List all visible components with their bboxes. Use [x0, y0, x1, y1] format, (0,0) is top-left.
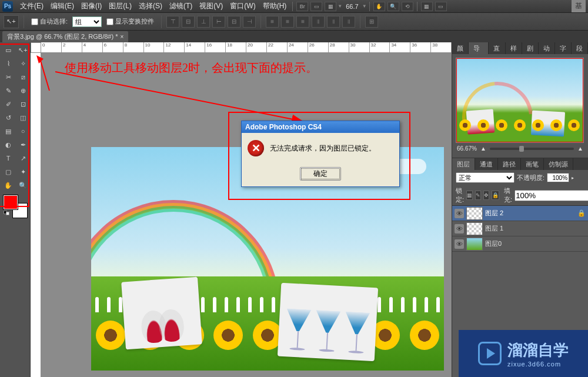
default-colors-icon[interactable] — [4, 211, 9, 216]
fill-input[interactable] — [514, 190, 588, 201]
move-tool[interactable]: ↖+ — [16, 44, 30, 56]
layer-row[interactable]: 👁图层 2🔒 — [452, 206, 588, 221]
lasso-tool[interactable]: ⌇ — [1, 57, 15, 70]
canvas-area[interactable]: 使用移动工具移动图层2时，会出现下面的提示。 Adobe Photoshop C… — [41, 53, 452, 377]
screen-mode-icon[interactable]: ▭ — [310, 2, 322, 11]
screen-mode2-icon[interactable]: ▭ — [435, 2, 447, 11]
menu-filter[interactable]: 滤镜(T) — [166, 1, 196, 11]
dropdown-arrow-icon[interactable]: ▼ — [362, 4, 367, 9]
panel-tab[interactable]: 字 — [555, 42, 572, 54]
auto-select-target[interactable]: 组 — [72, 16, 102, 27]
lock-pixels-icon[interactable]: ✎ — [475, 191, 481, 200]
foreground-color[interactable] — [4, 195, 18, 209]
history-brush-tool[interactable]: ↺ — [1, 111, 15, 124]
zoom-tool[interactable]: 🔍 — [16, 179, 30, 192]
panel-tab[interactable]: 颜 — [452, 42, 469, 54]
layer-name[interactable]: 图层 1 — [485, 224, 503, 233]
hand-tool-icon[interactable]: ✋ — [373, 2, 385, 11]
blend-mode-select[interactable]: 正常 — [456, 172, 514, 183]
panel-tab[interactable]: 通道 — [475, 158, 498, 170]
arrange-docs-icon[interactable]: ▦ — [421, 2, 433, 11]
auto-align-icon[interactable]: ⊞ — [365, 16, 378, 28]
visibility-icon[interactable]: 👁 — [455, 239, 464, 249]
type-tool[interactable]: T — [1, 152, 15, 165]
distribute-hcenter-icon[interactable]: ⫴ — [327, 16, 340, 28]
layer-thumbnail[interactable] — [466, 238, 483, 251]
panel-tab[interactable]: 直信 — [489, 42, 506, 54]
navigator-thumbnail[interactable] — [456, 58, 584, 143]
align-right-icon[interactable]: ⊣ — [243, 16, 256, 28]
menu-window[interactable]: 窗口(W) — [226, 1, 259, 11]
healing-tool[interactable]: ⊕ — [16, 84, 30, 97]
slice-tool[interactable]: ⧄ — [16, 71, 30, 84]
crop-tool[interactable]: ✂ — [1, 71, 15, 84]
layer-thumbnail[interactable] — [466, 222, 483, 235]
brush-tool[interactable]: ✐ — [1, 98, 15, 111]
marquee-tool[interactable]: ▭ — [1, 44, 15, 56]
ruler-origin[interactable] — [31, 42, 41, 53]
stamp-tool[interactable]: ⊡ — [16, 98, 30, 111]
embedded-image-red-glasses[interactable] — [121, 277, 202, 350]
layer-name[interactable]: 图层0 — [485, 239, 502, 248]
distribute-vcenter-icon[interactable]: ≡ — [281, 16, 294, 28]
workspace-label[interactable]: 基 — [572, 0, 586, 12]
menu-help[interactable]: 帮助(H) — [259, 1, 290, 11]
distribute-right-icon[interactable]: ⫴ — [342, 16, 355, 28]
active-tool-indicator[interactable]: ↖+ — [4, 15, 19, 28]
show-transform-checkbox[interactable]: 显示变换控件 — [106, 17, 154, 26]
menu-select[interactable]: 选择(S) — [135, 1, 166, 11]
panel-tab[interactable]: 图层 — [452, 158, 475, 170]
vertical-ruler[interactable] — [31, 53, 41, 377]
panel-tab[interactable]: 样 — [506, 42, 522, 54]
eraser-tool[interactable]: ◫ — [16, 111, 30, 124]
blur-tool[interactable]: ○ — [16, 125, 30, 138]
visibility-icon[interactable]: 👁 — [455, 209, 464, 218]
navigator-zoom-value[interactable]: 66.67% — [457, 145, 477, 152]
zoom-tool-icon[interactable]: 🔍 — [387, 2, 399, 11]
visibility-icon[interactable]: 👁 — [455, 224, 464, 233]
rotate-view-icon[interactable]: ⟲ — [402, 2, 413, 11]
panel-tab[interactable]: 动 — [539, 42, 555, 54]
menu-view[interactable]: 视图(V) — [196, 1, 226, 11]
panel-tab[interactable]: 剧 — [522, 42, 539, 54]
bridge-icon[interactable]: Br — [296, 2, 308, 11]
align-vcenter-icon[interactable]: ⊟ — [182, 16, 195, 28]
panel-tab[interactable]: 段 — [572, 42, 588, 54]
auto-select-input[interactable] — [31, 18, 38, 25]
layer-name[interactable]: 图层 2 — [485, 209, 503, 218]
distribute-top-icon[interactable]: ≡ — [266, 16, 279, 28]
navigator-viewbox[interactable] — [456, 58, 583, 142]
auto-select-checkbox[interactable]: 自动选择: — [31, 17, 68, 26]
opacity-input[interactable] — [547, 173, 569, 182]
panel-tab[interactable]: 路径 — [498, 158, 521, 170]
arrange-icon[interactable]: ▦ — [325, 2, 336, 11]
zoom-out-icon[interactable]: ▲ — [480, 145, 486, 152]
close-icon[interactable]: × — [120, 34, 123, 40]
zoom-in-icon[interactable]: ▲ — [577, 145, 583, 152]
panel-tab[interactable]: 仿制源 — [544, 158, 573, 170]
panel-tab[interactable]: 画笔 — [521, 158, 544, 170]
align-bottom-icon[interactable]: ⊥ — [197, 16, 210, 28]
dropdown-arrow-icon[interactable]: ▼ — [338, 4, 342, 9]
menu-image[interactable]: 图像(I) — [78, 1, 105, 11]
eyedropper-tool[interactable]: ✎ — [1, 84, 15, 97]
menu-file[interactable]: 文件(E) — [16, 1, 47, 11]
path-tool[interactable]: ↗ — [16, 152, 30, 165]
align-hcenter-icon[interactable]: ⊟ — [228, 16, 240, 28]
panel-tab[interactable]: 导航器 — [469, 42, 489, 54]
lock-transparency-icon[interactable]: ▦ — [466, 191, 473, 200]
horizontal-ruler[interactable]: 02468101214161820222426283032343638 — [41, 42, 452, 53]
embedded-image-blue-glasses[interactable] — [278, 283, 378, 361]
distribute-bottom-icon[interactable]: ≡ — [296, 16, 309, 28]
show-transform-input[interactable] — [106, 18, 113, 25]
gradient-tool[interactable]: ▤ — [1, 125, 15, 138]
pen-tool[interactable]: ✒ — [16, 138, 30, 151]
wand-tool[interactable]: ✧ — [16, 57, 30, 70]
align-left-icon[interactable]: ⊢ — [212, 16, 225, 28]
align-top-icon[interactable]: ⊤ — [166, 16, 179, 28]
navigator-zoom-slider[interactable] — [490, 148, 574, 150]
layer-row[interactable]: 👁图层0 — [452, 236, 588, 252]
layer-row[interactable]: 👁图层 1 — [452, 221, 588, 236]
document-tab[interactable]: 背景3.jpg @ 66.7% (图层 2, RGB/8#) * × — [2, 31, 128, 42]
dropdown-arrow-icon[interactable]: ▸ — [572, 175, 574, 181]
